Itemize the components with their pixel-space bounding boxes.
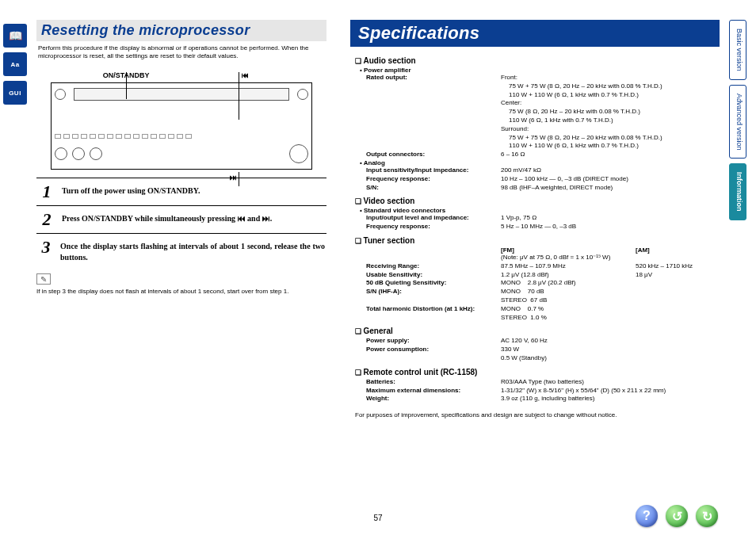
input-sens-label: Input sensitivity/Input impedance: (366, 166, 501, 175)
tuner-sn-mono: MONO 70 dB (501, 288, 715, 296)
left-icon-strip: 📖 Aa GUI (3, 24, 27, 105)
freq-resp-label: Frequency response: (366, 175, 501, 184)
gui-icon[interactable]: GUI (3, 81, 27, 105)
step-2: 2 Press ON/STANDBY while simultaneously … (36, 205, 326, 233)
volume-knob-illustration (289, 144, 308, 163)
note-text: If in step 3 the display does not flash … (36, 288, 326, 295)
tuner-am-header: [AM] (636, 246, 650, 254)
tuner-thd-stereo: STEREO 1.0 % (501, 314, 715, 323)
tuner-usable-am: 18 μV (636, 271, 715, 280)
rated-output-label: Rated output: (366, 74, 501, 82)
rated-output-front-label: Front: (501, 74, 715, 82)
tuner-usable-fm: 1.2 μV (12.8 dBf) (501, 271, 636, 280)
rated-output-surround-1: 75 W + 75 W (8 Ω, 20 Hz – 20 kHz with 0.… (501, 134, 715, 143)
tab-advanced-version[interactable]: Advanced version (729, 85, 746, 159)
spec-tuner-heading: Tuner section (355, 236, 715, 245)
output-connectors-value: 6 – 16 Ω (501, 151, 715, 159)
tuner-sn-label: S/N (IHF-A): (366, 288, 501, 296)
video-freq-label: Frequency response: (366, 223, 501, 231)
tuner-quiet-label: 50 dB Quieting Sensitivity: (366, 279, 501, 288)
rated-output-center-label: Center: (501, 99, 715, 108)
freq-resp-value: 10 Hz – 100 kHz — 0, –3 dB (DIRECT mode) (501, 175, 715, 184)
spec-section-title: Specifications (350, 20, 720, 47)
step-3-number: 3 (38, 239, 54, 256)
diagram-label-onstandby: ON/STANDBY (103, 71, 150, 79)
spec-audio-analog-bullet: Analog (355, 159, 715, 166)
consumption-value: 330 W (501, 346, 715, 354)
left-column: Resetting the microprocessor Perform thi… (36, 20, 326, 503)
step-2-number: 2 (38, 211, 55, 228)
book-icon[interactable]: 📖 (3, 24, 27, 48)
tuner-fm-header: [FM] (501, 246, 636, 254)
step-1-body: Turn off the power using ON/STANDBY. (62, 183, 200, 197)
tuner-sn-stereo: STEREO 67 dB (501, 296, 715, 305)
nav-back-icon[interactable]: ↺ (666, 505, 688, 527)
tuner-quiet-fm: MONO 2.8 μV (20.2 dBf) (501, 279, 715, 288)
weight-label: Weight: (366, 395, 501, 403)
tuner-usable-label: Usable Sensitivity: (366, 271, 501, 280)
spec-general-heading: General (355, 327, 715, 335)
step-1: 1 Turn off the power using ON/STANDBY. (36, 178, 326, 205)
power-button-illustration (55, 89, 66, 100)
video-freq-value: 5 Hz – 10 MHz — 0, –3 dB (501, 223, 715, 231)
rated-output-front-1: 75 W + 75 W (8 Ω, 20 Hz – 20 kHz with 0.… (501, 82, 715, 91)
consumption-label: Power consumption: (366, 346, 501, 354)
dim-value: 1-31/32" (W) x 8-5/16" (H) x 55/64" (D) … (501, 387, 715, 396)
dim-label: Maximum external dimensions: (366, 387, 501, 396)
tab-basic-version[interactable]: Basic version (729, 20, 746, 80)
tuner-range-label: Receiving Range: (366, 262, 501, 271)
tuner-thd-mono: MONO 0.7 % (501, 305, 715, 314)
step-3-body: Once the display starts flashing at inte… (60, 239, 325, 262)
sn-label: S/N: (366, 184, 501, 193)
consumption-standby: 0.5 W (Standby) (501, 354, 715, 363)
receiver-diagram: ON/STANDBY ⏮ (40, 71, 324, 170)
output-connectors-label: Output connectors: (366, 151, 501, 159)
spec-video-heading: Video section (355, 197, 715, 205)
batt-label: Batteries: (366, 378, 501, 387)
sn-value: 98 dB (IHF–A weighted, DIRECT mode) (501, 184, 715, 193)
help-icon[interactable]: ? (636, 505, 658, 527)
diagram-label-next-icon: ⏭ (230, 174, 236, 182)
display-illustration (74, 88, 289, 101)
footer-nav-icons: ? ↺ ↻ (636, 505, 718, 527)
supply-label: Power supply: (366, 337, 501, 346)
batt-value: R03/AAA Type (two batteries) (501, 378, 715, 387)
jack-illustration (90, 147, 102, 160)
spec-audio-heading: Audio section (355, 56, 715, 65)
step-1-number: 1 (38, 183, 55, 201)
spec-video-bullet: Standard video connectors (355, 207, 715, 214)
jack-illustration (72, 147, 85, 160)
right-column: Specifications Audio section Power ampli… (350, 20, 720, 503)
diagram-label-prev-icon: ⏮ (242, 71, 248, 79)
note-icon: ✎ (36, 273, 51, 285)
side-tab-bar: Basic version Advanced version Informati… (729, 20, 746, 220)
spec-remote-heading: Remote control unit (RC-1158) (355, 368, 715, 376)
rated-output-front-2: 110 W + 110 W (6 Ω, 1 kHz with 0.7 % T.H… (501, 91, 715, 100)
step-3: 3 Once the display starts flashing at in… (36, 233, 326, 267)
spec-disclaimer: For purposes of improvement, specificati… (355, 411, 715, 418)
tuner-note: (Note: μV at 75 Ω, 0 dBf = 1 x 10⁻¹⁵ W) (501, 254, 715, 262)
supply-value: AC 120 V, 60 Hz (501, 337, 715, 346)
video-io-value: 1 Vp-p, 75 Ω (501, 214, 715, 223)
rated-output-surround-2: 110 W + 110 W (6 Ω, 1 kHz with 0.7 % T.H… (501, 142, 715, 151)
glossary-icon[interactable]: Aa (3, 52, 27, 76)
reset-section-title: Resetting the microprocessor (36, 20, 326, 41)
input-sens-value: 200 mV/47 kΩ (501, 166, 715, 175)
rated-output-center-2: 110 W (6 Ω, 1 kHz with 0.7 % T.H.D.) (501, 117, 715, 125)
spec-audio-amp-bullet: Power amplifier (355, 67, 715, 74)
nav-forward-icon[interactable]: ↻ (696, 505, 718, 527)
receiver-illustration: ⏭ (51, 82, 312, 170)
tab-information[interactable]: Information (729, 163, 746, 220)
selector-knob-illustration (297, 89, 308, 100)
tuner-range-fm: 87.5 MHz – 107.9 MHz (501, 262, 636, 271)
video-io-label: Input/output level and impedance: (366, 214, 501, 223)
rated-output-center-1: 75 W (8 Ω, 20 Hz – 20 kHz with 0.08 % T.… (501, 108, 715, 117)
tuner-thd-label: Total harmonic Distortion (at 1 kHz): (366, 305, 501, 314)
step-2-body: Press ON/STANDBY while simultaneously pr… (62, 211, 272, 224)
reset-intro-text: Perform this procedure if the display is… (36, 41, 326, 67)
rated-output-surround-label: Surround: (501, 125, 715, 134)
tuner-range-am: 520 kHz – 1710 kHz (636, 262, 715, 271)
weight-value: 3.9 oz (110 g, including batteries) (501, 395, 715, 403)
jack-illustration (55, 147, 67, 160)
